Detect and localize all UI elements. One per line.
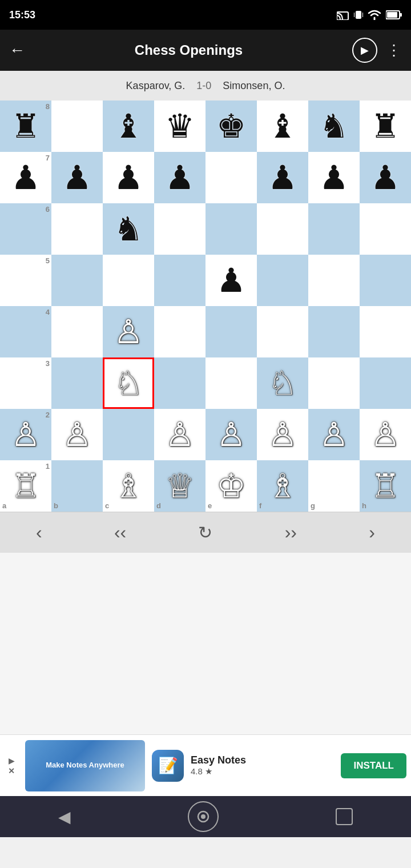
piece-h7: ♟	[370, 158, 400, 197]
cell-e8[interactable]: ♚	[206, 101, 257, 152]
cell-c5[interactable]	[103, 255, 154, 306]
wifi-icon	[368, 10, 381, 20]
cell-h4[interactable]	[360, 306, 411, 357]
ad-install-button[interactable]: INSTALL	[341, 753, 406, 778]
more-button[interactable]: ⋮	[386, 42, 402, 59]
cell-e3[interactable]	[206, 357, 257, 409]
cell-g5[interactable]	[308, 255, 360, 306]
cell-a7[interactable]: 7 ♟	[0, 152, 51, 203]
cell-a3[interactable]: 3	[0, 357, 51, 409]
rank-4-label: 4	[46, 308, 50, 316]
cell-h6[interactable]	[360, 203, 411, 255]
cell-d7[interactable]: ♟	[154, 152, 206, 203]
cell-c1[interactable]: c ♗	[103, 460, 154, 512]
cell-d8[interactable]: ♛	[154, 101, 206, 152]
piece-a8: ♜	[11, 107, 41, 146]
cell-h8[interactable]: ♜	[360, 101, 411, 152]
cell-d2[interactable]: ♙	[154, 409, 206, 460]
cell-f6[interactable]	[257, 203, 308, 255]
cell-d3[interactable]	[154, 357, 206, 409]
cell-f1[interactable]: f ♗	[257, 460, 308, 512]
back-button[interactable]: ←	[9, 41, 25, 59]
cell-g7[interactable]: ♟	[308, 152, 360, 203]
rank-7-label: 7	[46, 154, 50, 162]
cell-f3[interactable]: ♘	[257, 357, 308, 409]
cell-f4[interactable]	[257, 306, 308, 357]
piece-f3: ♘	[268, 364, 297, 403]
ad-close-icon[interactable]: ✕	[8, 766, 15, 775]
cell-a4[interactable]: 4	[0, 306, 51, 357]
ad-image-text: Make Notes Anywhere	[43, 758, 127, 773]
cell-d5[interactable]	[154, 255, 206, 306]
cell-b2[interactable]: ♙	[51, 409, 103, 460]
cell-c7[interactable]: ♟	[103, 152, 154, 203]
next-double-button[interactable]: ››	[276, 517, 306, 548]
cell-f2[interactable]: ♙	[257, 409, 308, 460]
file-b-label: b	[54, 501, 58, 510]
cell-b4[interactable]	[51, 306, 103, 357]
piece-h8: ♜	[370, 107, 400, 146]
cell-f8[interactable]: ♝	[257, 101, 308, 152]
cell-e4[interactable]	[206, 306, 257, 357]
cell-b1[interactable]: b	[51, 460, 103, 512]
cell-g4[interactable]	[308, 306, 360, 357]
svg-point-8	[201, 814, 206, 819]
cell-f5[interactable]	[257, 255, 308, 306]
svg-rect-5	[387, 12, 397, 18]
cell-e5[interactable]: ♟	[206, 255, 257, 306]
prev-single-button[interactable]: ‹	[27, 517, 51, 548]
piece-d1: ♕	[165, 467, 195, 505]
cell-a6[interactable]: 6	[0, 203, 51, 255]
cell-h1[interactable]: h ♖	[360, 460, 411, 512]
cell-h3[interactable]	[360, 357, 411, 409]
cell-g2[interactable]: ♙	[308, 409, 360, 460]
rank-8-label: 8	[46, 102, 50, 111]
cell-g8[interactable]: ♞	[308, 101, 360, 152]
cell-h7[interactable]: ♟	[360, 152, 411, 203]
cell-c6[interactable]: ♞	[103, 203, 154, 255]
cell-h5[interactable]	[360, 255, 411, 306]
cell-e1[interactable]: e ♔	[206, 460, 257, 512]
cell-c4[interactable]: ♙	[103, 306, 154, 357]
cell-a2[interactable]: 2 ♙	[0, 409, 51, 460]
cell-a8[interactable]: 8 ♜	[0, 101, 51, 152]
refresh-button[interactable]: ↻	[189, 518, 221, 547]
ad-image: Make Notes Anywhere	[25, 740, 145, 791]
cell-g3[interactable]	[308, 357, 360, 409]
prev-double-button[interactable]: ‹‹	[105, 517, 135, 548]
cell-g6[interactable]	[308, 203, 360, 255]
cell-b6[interactable]	[51, 203, 103, 255]
piece-e5: ♟	[216, 261, 246, 300]
cell-c3[interactable]: ♘	[103, 357, 154, 409]
cell-e7[interactable]	[206, 152, 257, 203]
file-h-label: h	[362, 501, 366, 510]
cell-d4[interactable]	[154, 306, 206, 357]
cell-b3[interactable]	[51, 357, 103, 409]
cell-c2[interactable]	[103, 409, 154, 460]
cell-d1[interactable]: d ♕	[154, 460, 206, 512]
square-nav-button[interactable]	[336, 808, 353, 825]
cell-a5[interactable]: 5	[0, 255, 51, 306]
cell-e6[interactable]	[206, 203, 257, 255]
cell-a1[interactable]: 1 a ♖	[0, 460, 51, 512]
cell-e2[interactable]: ♙	[206, 409, 257, 460]
cell-d6[interactable]	[154, 203, 206, 255]
cell-b5[interactable]	[51, 255, 103, 306]
home-nav-button[interactable]	[188, 801, 219, 832]
app-bar: ← Chess Openings ▶ ⋮	[0, 30, 411, 71]
cast-icon	[337, 10, 349, 20]
next-single-button[interactable]: ›	[360, 517, 384, 548]
match-info: Kasparov, G. 1-0 Simonsen, O.	[0, 71, 411, 101]
cell-f7[interactable]: ♟	[257, 152, 308, 203]
piece-e2: ♙	[216, 415, 246, 454]
piece-g7: ♟	[319, 158, 349, 197]
cell-b7[interactable]: ♟	[51, 152, 103, 203]
cell-h2[interactable]: ♙	[360, 409, 411, 460]
chess-board[interactable]: 8 ♜ ♝ ♛ ♚ ♝ ♞ ♜ 7 ♟	[0, 101, 411, 512]
cell-c8[interactable]: ♝	[103, 101, 154, 152]
cell-b8[interactable]	[51, 101, 103, 152]
ad-close-area[interactable]: ▶ ✕	[5, 756, 18, 775]
cell-g1[interactable]: g	[308, 460, 360, 512]
play-button[interactable]: ▶	[352, 38, 377, 63]
back-nav-button[interactable]: ◀	[58, 807, 71, 826]
